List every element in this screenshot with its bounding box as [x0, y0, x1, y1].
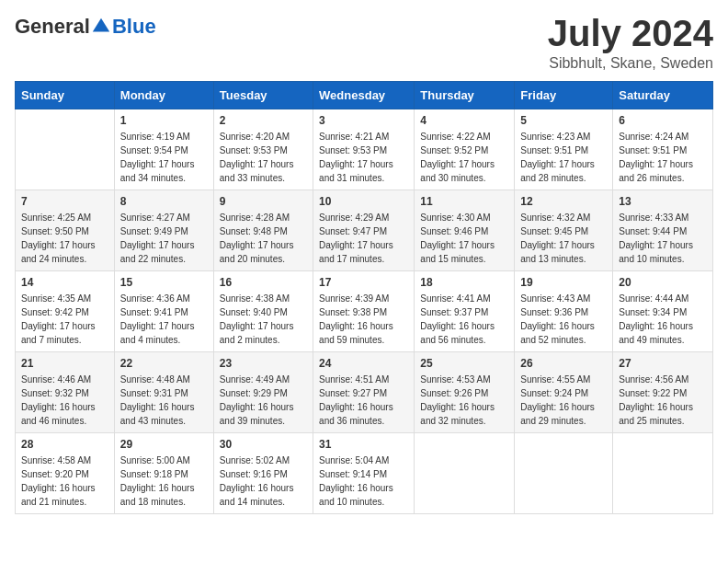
logo-general-text: General	[15, 15, 90, 39]
sunrise-text: Sunrise: 4:43 AM	[520, 293, 590, 304]
daylight-text: Daylight: 17 hours and 4 minutes.	[120, 321, 195, 345]
calendar-header-tuesday: Tuesday	[213, 82, 313, 109]
day-number: 4	[420, 114, 508, 127]
day-number: 21	[21, 357, 108, 370]
calendar-cell: 5 Sunrise: 4:23 AM Sunset: 9:51 PM Dayli…	[515, 109, 613, 190]
day-info: Sunrise: 4:35 AM Sunset: 9:42 PM Dayligh…	[21, 292, 108, 347]
sunset-text: Sunset: 9:46 PM	[420, 226, 488, 236]
page-header: General Blue July 2024 Sibbhult, Skane, …	[15, 15, 713, 72]
calendar-cell: 14 Sunrise: 4:35 AM Sunset: 9:42 PM Dayl…	[16, 271, 115, 352]
day-info: Sunrise: 4:49 AM Sunset: 9:29 PM Dayligh…	[220, 373, 307, 428]
sunset-text: Sunset: 9:38 PM	[319, 307, 387, 317]
calendar-cell: 6 Sunrise: 4:24 AM Sunset: 9:51 PM Dayli…	[613, 109, 713, 190]
calendar-cell	[415, 433, 515, 514]
sunrise-text: Sunrise: 4:30 AM	[420, 213, 490, 223]
day-number: 29	[120, 438, 208, 451]
day-number: 17	[319, 276, 408, 289]
day-info: Sunrise: 4:25 AM Sunset: 9:50 PM Dayligh…	[21, 211, 108, 266]
calendar-header-sunday: Sunday	[16, 82, 115, 109]
daylight-text: Daylight: 16 hours and 46 minutes.	[21, 402, 96, 426]
sunrise-text: Sunrise: 4:56 AM	[619, 374, 688, 385]
day-info: Sunrise: 4:22 AM Sunset: 9:52 PM Dayligh…	[420, 130, 508, 185]
daylight-text: Daylight: 16 hours and 21 minutes.	[21, 483, 96, 507]
day-info: Sunrise: 4:41 AM Sunset: 9:37 PM Dayligh…	[420, 292, 508, 347]
sunset-text: Sunset: 9:49 PM	[120, 226, 188, 236]
sunset-text: Sunset: 9:54 PM	[120, 145, 188, 155]
calendar-cell: 24 Sunrise: 4:51 AM Sunset: 9:27 PM Dayl…	[313, 352, 415, 433]
day-info: Sunrise: 4:28 AM Sunset: 9:48 PM Dayligh…	[220, 211, 307, 266]
day-info: Sunrise: 4:24 AM Sunset: 9:51 PM Dayligh…	[619, 130, 707, 185]
calendar-week-row: 14 Sunrise: 4:35 AM Sunset: 9:42 PM Dayl…	[16, 271, 713, 352]
sunset-text: Sunset: 9:41 PM	[120, 307, 188, 317]
sunrise-text: Sunrise: 4:39 AM	[319, 293, 389, 304]
logo-icon	[91, 17, 111, 37]
daylight-text: Daylight: 16 hours and 43 minutes.	[120, 402, 195, 426]
daylight-text: Daylight: 16 hours and 52 minutes.	[520, 321, 595, 345]
sunset-text: Sunset: 9:26 PM	[420, 388, 488, 398]
calendar-week-row: 7 Sunrise: 4:25 AM Sunset: 9:50 PM Dayli…	[16, 190, 713, 271]
daylight-text: Daylight: 16 hours and 49 minutes.	[619, 321, 693, 345]
calendar-cell: 4 Sunrise: 4:22 AM Sunset: 9:52 PM Dayli…	[415, 109, 515, 190]
sunrise-text: Sunrise: 4:32 AM	[520, 213, 590, 223]
svg-marker-0	[93, 18, 109, 32]
sunrise-text: Sunrise: 4:33 AM	[619, 213, 688, 223]
calendar-cell: 28 Sunrise: 4:58 AM Sunset: 9:20 PM Dayl…	[16, 433, 115, 514]
day-number: 8	[120, 195, 208, 208]
sunrise-text: Sunrise: 4:55 AM	[520, 374, 590, 385]
title-block: July 2024 Sibbhult, Skane, Sweden	[548, 15, 713, 72]
daylight-text: Daylight: 16 hours and 32 minutes.	[420, 402, 495, 426]
day-info: Sunrise: 4:36 AM Sunset: 9:41 PM Dayligh…	[120, 292, 208, 347]
sunrise-text: Sunrise: 4:48 AM	[120, 374, 190, 385]
daylight-text: Daylight: 17 hours and 10 minutes.	[619, 240, 693, 264]
daylight-text: Daylight: 17 hours and 33 minutes.	[220, 159, 294, 183]
day-number: 27	[619, 357, 707, 370]
sunrise-text: Sunrise: 4:38 AM	[220, 293, 290, 304]
sunrise-text: Sunrise: 4:44 AM	[619, 293, 688, 304]
calendar-header-saturday: Saturday	[613, 82, 713, 109]
calendar-cell: 15 Sunrise: 4:36 AM Sunset: 9:41 PM Dayl…	[114, 271, 213, 352]
day-number: 23	[220, 357, 307, 370]
calendar-header-row: SundayMondayTuesdayWednesdayThursdayFrid…	[16, 82, 713, 109]
calendar-week-row: 1 Sunrise: 4:19 AM Sunset: 9:54 PM Dayli…	[16, 109, 713, 190]
daylight-text: Daylight: 17 hours and 28 minutes.	[520, 159, 595, 183]
sunset-text: Sunset: 9:37 PM	[420, 307, 488, 317]
sunset-text: Sunset: 9:52 PM	[420, 145, 488, 155]
daylight-text: Daylight: 17 hours and 26 minutes.	[619, 159, 693, 183]
day-number: 16	[220, 276, 307, 289]
sunset-text: Sunset: 9:32 PM	[21, 388, 89, 398]
calendar-cell: 7 Sunrise: 4:25 AM Sunset: 9:50 PM Dayli…	[16, 190, 115, 271]
sunset-text: Sunset: 9:18 PM	[120, 469, 188, 479]
day-info: Sunrise: 5:02 AM Sunset: 9:16 PM Dayligh…	[220, 454, 307, 509]
day-info: Sunrise: 4:33 AM Sunset: 9:44 PM Dayligh…	[619, 211, 707, 266]
sunset-text: Sunset: 9:22 PM	[619, 388, 687, 398]
calendar-cell: 11 Sunrise: 4:30 AM Sunset: 9:46 PM Dayl…	[415, 190, 515, 271]
sunset-text: Sunset: 9:40 PM	[220, 307, 288, 317]
day-number: 6	[619, 114, 707, 127]
day-number: 22	[120, 357, 208, 370]
day-number: 31	[319, 438, 408, 451]
calendar-cell	[16, 109, 115, 190]
sunset-text: Sunset: 9:20 PM	[21, 469, 89, 479]
calendar-cell: 10 Sunrise: 4:29 AM Sunset: 9:47 PM Dayl…	[313, 190, 415, 271]
sunrise-text: Sunrise: 4:27 AM	[120, 213, 190, 223]
daylight-text: Daylight: 16 hours and 18 minutes.	[120, 483, 195, 507]
day-number: 13	[619, 195, 707, 208]
sunset-text: Sunset: 9:34 PM	[619, 307, 687, 317]
sunrise-text: Sunrise: 5:04 AM	[319, 455, 389, 465]
sunrise-text: Sunrise: 4:53 AM	[420, 374, 490, 385]
sunset-text: Sunset: 9:44 PM	[619, 226, 687, 236]
calendar-cell: 19 Sunrise: 4:43 AM Sunset: 9:36 PM Dayl…	[515, 271, 613, 352]
sunrise-text: Sunrise: 4:35 AM	[21, 293, 91, 304]
sunrise-text: Sunrise: 4:23 AM	[520, 132, 590, 142]
day-number: 3	[319, 114, 408, 127]
sunrise-text: Sunrise: 4:41 AM	[420, 293, 490, 304]
day-number: 7	[21, 195, 108, 208]
day-number: 24	[319, 357, 408, 370]
calendar-cell: 23 Sunrise: 4:49 AM Sunset: 9:29 PM Dayl…	[213, 352, 313, 433]
daylight-text: Daylight: 17 hours and 17 minutes.	[319, 240, 393, 264]
daylight-text: Daylight: 16 hours and 36 minutes.	[319, 402, 393, 426]
calendar-table: SundayMondayTuesdayWednesdayThursdayFrid…	[15, 81, 713, 514]
daylight-text: Daylight: 16 hours and 59 minutes.	[319, 321, 393, 345]
calendar-cell: 8 Sunrise: 4:27 AM Sunset: 9:49 PM Dayli…	[114, 190, 213, 271]
logo: General Blue	[15, 15, 156, 39]
